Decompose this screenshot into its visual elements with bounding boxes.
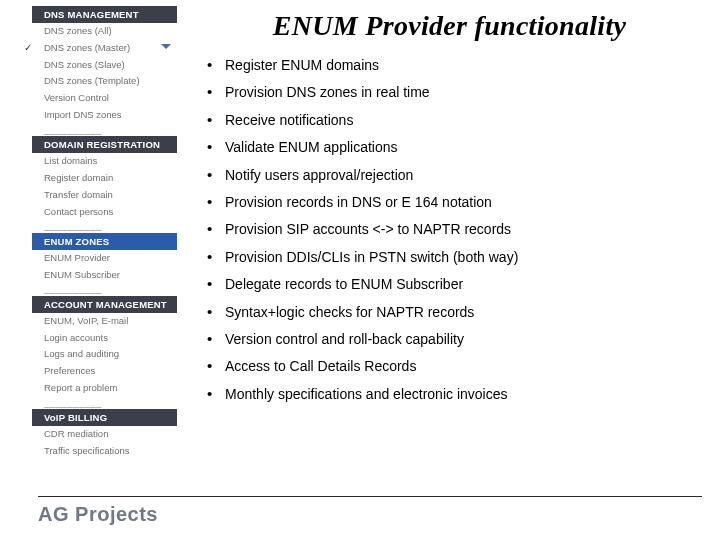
- list-item: Provision SIP accounts <-> to NAPTR reco…: [203, 220, 702, 239]
- sidebar-item-cdr-mediation[interactable]: CDR mediation: [0, 426, 183, 443]
- bullet-list: Register ENUM domains Provision DNS zone…: [197, 56, 702, 404]
- sidebar-separator: __________: [0, 397, 183, 409]
- sidebar: DNS MANAGEMENT DNS zones (All) DNS zones…: [0, 0, 183, 540]
- sidebar-item-import-dns-zones[interactable]: Import DNS zones: [0, 107, 183, 124]
- list-item: Delegate records to ENUM Subscriber: [203, 275, 702, 294]
- sidebar-header-enum-zones[interactable]: ENUM ZONES: [32, 233, 177, 250]
- sidebar-item-register-domain[interactable]: Register domain: [0, 170, 183, 187]
- sidebar-item-dns-zones-template[interactable]: DNS zones (Template): [0, 73, 183, 90]
- list-item: Notify users approval/rejection: [203, 166, 702, 185]
- sidebar-header-voip-billing[interactable]: VoIP BILLING: [32, 409, 177, 426]
- footer: AG Projects: [38, 496, 702, 526]
- list-item: Provision DDIs/CLIs in PSTN switch (both…: [203, 248, 702, 267]
- sidebar-item-version-control[interactable]: Version Control: [0, 90, 183, 107]
- sidebar-separator: __________: [0, 283, 183, 295]
- sidebar-item-logs-auditing[interactable]: Logs and auditing: [0, 346, 183, 363]
- list-item: Syntax+logic checks for NAPTR records: [203, 303, 702, 322]
- main-content: ENUM Provider functionality Register ENU…: [183, 0, 720, 540]
- sidebar-item-enum-provider[interactable]: ENUM Provider: [0, 250, 183, 267]
- list-item: Access to Call Details Records: [203, 357, 702, 376]
- list-item: Version control and roll-back capability: [203, 330, 702, 349]
- footer-brand: AG Projects: [38, 503, 702, 526]
- list-item: Monthly specifications and electronic in…: [203, 385, 702, 404]
- sidebar-item-preferences[interactable]: Preferences: [0, 363, 183, 380]
- sidebar-header-account-management[interactable]: ACCOUNT MANAGEMENT: [32, 296, 177, 313]
- sidebar-item-report-problem[interactable]: Report a problem: [0, 380, 183, 397]
- slide: DNS MANAGEMENT DNS zones (All) DNS zones…: [0, 0, 720, 540]
- list-item: Provision records in DNS or E 164 notati…: [203, 193, 702, 212]
- sidebar-separator: __________: [0, 124, 183, 136]
- sidebar-item-dns-zones-all[interactable]: DNS zones (All): [0, 23, 183, 40]
- sidebar-item-enum-voip-email[interactable]: ENUM, VoIP, E-mail: [0, 313, 183, 330]
- sidebar-item-dns-zones-slave[interactable]: DNS zones (Slave): [0, 57, 183, 74]
- list-item: Validate ENUM applications: [203, 138, 702, 157]
- list-item: Provision DNS zones in real time: [203, 83, 702, 102]
- sidebar-header-domain-registration[interactable]: DOMAIN REGISTRATION: [32, 136, 177, 153]
- sidebar-header-dns-management[interactable]: DNS MANAGEMENT: [32, 6, 177, 23]
- list-item: Register ENUM domains: [203, 56, 702, 75]
- sidebar-item-transfer-domain[interactable]: Transfer domain: [0, 187, 183, 204]
- sidebar-item-dns-zones-master[interactable]: DNS zones (Master): [0, 40, 183, 57]
- sidebar-item-list-domains[interactable]: List domains: [0, 153, 183, 170]
- sidebar-item-traffic-specs[interactable]: Traffic specifications: [0, 443, 183, 460]
- sidebar-separator: __________: [0, 220, 183, 232]
- list-item: Receive notifications: [203, 111, 702, 130]
- footer-divider: [38, 496, 702, 497]
- sidebar-item-login-accounts[interactable]: Login accounts: [0, 330, 183, 347]
- sidebar-item-enum-subscriber[interactable]: ENUM Subscriber: [0, 267, 183, 284]
- sidebar-item-contact-persons[interactable]: Contact persons: [0, 204, 183, 221]
- page-title: ENUM Provider functionality: [197, 10, 702, 42]
